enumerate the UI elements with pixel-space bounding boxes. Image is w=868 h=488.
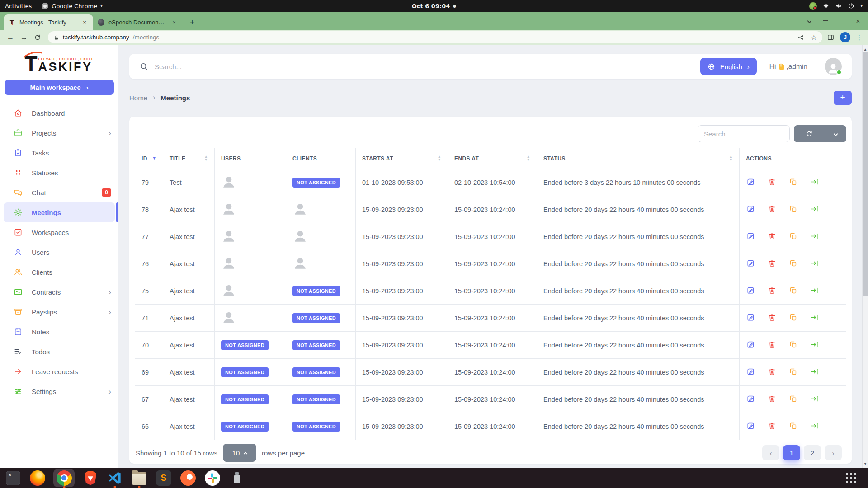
go-button[interactable] [810,422,819,431]
tab-close-button[interactable]: × [170,18,178,26]
forward-button[interactable]: → [18,32,30,43]
sidebar-item-settings[interactable]: Settings› [0,381,118,401]
browser-tab-espeech-documentation[interactable]: eSpeech Documentation× [93,14,183,30]
delete-button[interactable] [767,232,776,241]
go-button[interactable] [810,286,819,295]
language-button[interactable]: English › [700,58,757,75]
column-header-title[interactable]: TITLE▲▼ [163,148,215,169]
duplicate-button[interactable] [788,367,797,376]
go-button[interactable] [810,394,819,404]
delete-button[interactable] [767,259,776,268]
delete-button[interactable] [767,286,776,295]
new-tab-button[interactable]: + [185,15,199,29]
duplicate-button[interactable] [788,232,797,241]
sidebar-item-projects[interactable]: Projects› [0,123,118,143]
edit-button[interactable] [746,205,755,214]
column-header-actions[interactable]: ACTIONS [740,148,846,169]
delete-button[interactable] [767,394,776,404]
go-button[interactable] [810,205,819,214]
postman-app-icon[interactable] [179,469,197,487]
minimize-button[interactable] [822,17,829,24]
sidebar-item-statuses[interactable]: Statuses [0,163,118,183]
edit-button[interactable] [746,286,755,295]
system-tray[interactable]: ▾ [809,2,868,10]
terminal-app-icon[interactable]: >_ [5,469,22,487]
global-search-input[interactable] [155,63,694,70]
edit-button[interactable] [746,394,755,404]
browser-tab-meetings-taskify[interactable]: TMeetings - Taskify× [4,14,93,30]
browser-menu-icon[interactable]: ⋮ [856,33,863,42]
share-icon[interactable] [797,34,805,41]
scroll-down-icon[interactable]: ▼ [863,460,868,467]
back-button[interactable]: ← [5,32,16,43]
next-page-button[interactable]: › [825,445,842,460]
column-header-id[interactable]: ID▼ [135,148,163,169]
delete-button[interactable] [767,340,776,349]
sidebar-item-notes[interactable]: Notes [0,322,118,342]
edit-button[interactable] [746,422,755,431]
go-button[interactable] [810,178,819,187]
close-window-button[interactable]: × [854,17,862,24]
column-header-status[interactable]: STATUS▲▼ [537,148,740,169]
go-button[interactable] [810,340,819,349]
sidebar-item-leave-requests[interactable]: Leave requests [0,361,118,381]
page-button-2[interactable]: 2 [804,445,821,460]
edit-button[interactable] [746,259,755,268]
edit-button[interactable] [746,340,755,349]
app-menu-button[interactable]: Google Chrome ▾ [37,0,108,12]
sidebar-item-workspaces[interactable]: Workspaces [0,222,118,242]
sublime-app-icon[interactable]: S [155,469,172,487]
taskify-logo[interactable]: T ELEVATE, EXECUTE, EXCEL ASKIFY [0,45,118,73]
edit-button[interactable] [746,232,755,241]
sidebar-item-meetings[interactable]: Meetings [4,202,115,222]
delete-button[interactable] [767,367,776,376]
duplicate-button[interactable] [788,340,797,349]
table-search-input[interactable] [698,125,790,142]
sidebar-item-contracts[interactable]: Contracts› [0,282,118,302]
duplicate-button[interactable] [788,178,797,187]
scrollbar-thumb[interactable] [863,52,868,296]
column-header-ends-at[interactable]: ENDS AT▲▼ [448,148,537,169]
sidebar-item-clients[interactable]: Clients [0,262,118,282]
delete-button[interactable] [767,205,776,214]
vscode-app-icon[interactable] [106,469,123,487]
columns-dropdown-button[interactable] [825,125,846,142]
go-button[interactable] [810,367,819,376]
page-scrollbar[interactable]: ▲ ▼ [862,45,868,468]
sidebar-item-chat[interactable]: Chat0 [0,183,118,202]
main-workspace-button[interactable]: Main workspace › [5,80,114,95]
page-button-1[interactable]: 1 [783,445,800,460]
delete-button[interactable] [767,178,776,187]
edit-button[interactable] [746,178,755,187]
tab-search-icon[interactable] [806,17,813,24]
add-meeting-button[interactable]: + [834,91,852,105]
profile-avatar[interactable]: J [840,32,850,42]
sidebar-item-payslips[interactable]: Payslips› [0,302,118,322]
duplicate-button[interactable] [788,313,797,322]
side-panel-icon[interactable] [827,33,835,41]
previous-page-button[interactable]: ‹ [762,445,779,460]
tab-close-button[interactable]: × [80,18,89,26]
slack-app-icon[interactable] [204,469,221,487]
column-header-users[interactable]: USERS [215,148,286,169]
restore-button[interactable] [838,17,845,24]
column-header-starts-at[interactable]: STARTS AT▲▼ [356,148,448,169]
user-avatar[interactable] [819,58,842,75]
duplicate-button[interactable] [788,394,797,404]
go-button[interactable] [810,313,819,322]
reload-button[interactable] [32,32,43,43]
breadcrumb-home[interactable]: Home [129,94,147,102]
sidebar-item-tasks[interactable]: Tasks [0,143,118,163]
edit-button[interactable] [746,313,755,322]
delete-button[interactable] [767,313,776,322]
duplicate-button[interactable] [788,422,797,431]
usb-app-icon[interactable] [228,469,245,487]
delete-button[interactable] [767,422,776,431]
files-app-icon[interactable] [131,469,148,487]
duplicate-button[interactable] [788,205,797,214]
sidebar-item-users[interactable]: Users [0,242,118,262]
clock-button[interactable]: Oct 6 09:04 ● [412,3,456,9]
column-header-clients[interactable]: CLIENTS [286,148,356,169]
scroll-up-icon[interactable]: ▲ [863,46,868,52]
duplicate-button[interactable] [788,286,797,295]
